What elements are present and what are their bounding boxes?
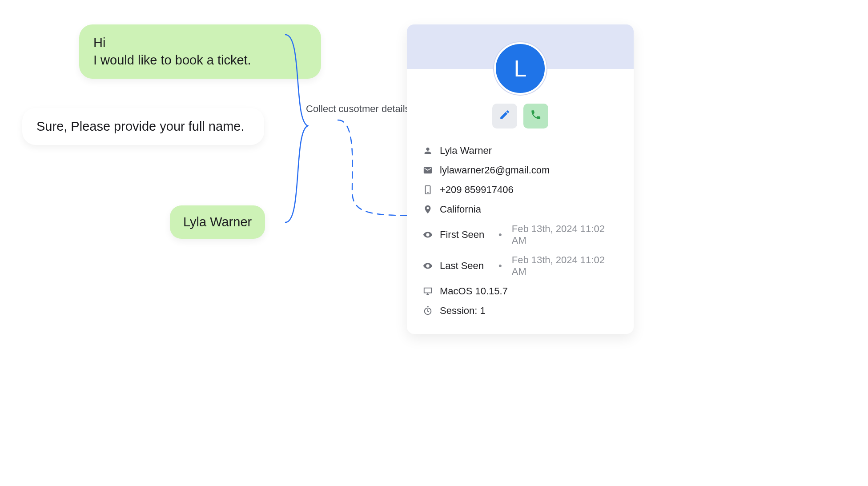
detail-row-name: Lyla Warner: [423, 141, 618, 161]
panel-header: L: [407, 24, 634, 69]
customer-location: California: [440, 204, 481, 215]
chat-text: Lyla Warner: [183, 215, 252, 229]
customer-email: lylawarner26@gmail.com: [440, 165, 550, 176]
annotation-label: Collect cusotmer details: [306, 103, 410, 115]
separator-dot: •: [496, 260, 505, 272]
chat-text: I would like to book a ticket.: [93, 52, 307, 69]
phone-icon: [530, 109, 542, 124]
detail-row-email: lylawarner26@gmail.com: [423, 161, 618, 180]
call-button[interactable]: [523, 104, 548, 129]
detail-row-session: Session: 1: [423, 301, 618, 321]
customer-details-list: Lyla Warner lylawarner26@gmail.com +209 …: [407, 141, 634, 334]
location-pin-icon: [423, 205, 433, 214]
chat-bubble-customer-2: Lyla Warner: [170, 205, 265, 239]
person-icon: [423, 146, 433, 156]
eye-icon: [423, 230, 433, 240]
customer-avatar: L: [494, 42, 547, 95]
panel-actions: [407, 104, 634, 129]
detail-row-location: California: [423, 200, 618, 219]
customer-device: MacOS 10.15.7: [440, 285, 508, 297]
monitor-icon: [423, 286, 433, 296]
last-seen-label: Last Seen: [440, 260, 489, 272]
detail-row-phone: +209 859917406: [423, 180, 618, 200]
detail-row-first-seen: First Seen • Feb 13th, 2024 11:02 AM: [423, 219, 618, 250]
customer-session: Session: 1: [440, 305, 486, 317]
last-seen-value: Feb 13th, 2024 11:02 AM: [512, 254, 618, 277]
eye-icon: [423, 261, 433, 271]
customer-phone: +209 859917406: [440, 184, 514, 196]
brace-connector: [285, 31, 320, 231]
chat-bubble-agent-1: Sure, Please provide your full name.: [22, 108, 264, 145]
smartphone-icon: [423, 185, 433, 195]
customer-name: Lyla Warner: [440, 145, 492, 157]
customer-details-panel: L Lyla Warner lylawarner26@gmail.com: [407, 24, 634, 334]
mail-icon: [423, 165, 433, 175]
edit-button[interactable]: [492, 104, 517, 129]
chat-text: Sure, Please provide your full name.: [36, 118, 250, 135]
separator-dot: •: [496, 229, 505, 241]
first-seen-value: Feb 13th, 2024 11:02 AM: [512, 223, 618, 246]
pencil-icon: [499, 109, 510, 124]
detail-row-last-seen: Last Seen • Feb 13th, 2024 11:02 AM: [423, 250, 618, 281]
stopwatch-icon: [423, 306, 433, 316]
chat-text: Hi: [93, 34, 307, 52]
avatar-initial: L: [514, 55, 527, 82]
detail-row-device: MacOS 10.15.7: [423, 281, 618, 301]
first-seen-label: First Seen: [440, 229, 489, 241]
